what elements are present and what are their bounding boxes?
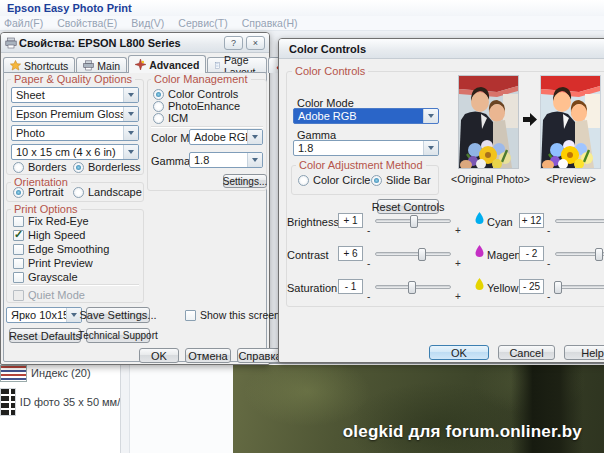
plus-sign: +: [455, 225, 461, 236]
help-button[interactable]: Справка: [237, 348, 283, 363]
printer-properties-dialog: Свойства: EPSON L800 Series ? × Shortcut…: [0, 32, 270, 365]
help-titlebar-button[interactable]: ?: [224, 36, 243, 50]
cancel-button[interactable]: Отмена: [185, 348, 231, 363]
checkbox-icon[interactable]: [13, 272, 24, 283]
checkbox-icon[interactable]: [13, 230, 24, 241]
chevron-down-icon[interactable]: [123, 145, 138, 159]
slide-bar-radio[interactable]: Slide Bar: [371, 174, 431, 186]
high-speed-label: High Speed: [28, 229, 86, 241]
saturation-value: - 1: [338, 279, 363, 294]
chevron-down-icon[interactable]: [423, 141, 438, 155]
ok-button[interactable]: OK: [429, 345, 489, 360]
color-controls-titlebar[interactable]: Color Controls: [279, 39, 604, 59]
plus-sign: +: [455, 258, 461, 269]
tab-main[interactable]: Main: [76, 57, 127, 73]
properties-titlebar[interactable]: Свойства: EPSON L800 Series ? ×: [1, 33, 269, 53]
close-icon[interactable]: ×: [246, 36, 265, 50]
chevron-down-icon[interactable]: [123, 107, 138, 121]
radio-icon[interactable]: [153, 89, 164, 100]
list-item[interactable]: Индекс (20): [0, 365, 120, 382]
radio-icon[interactable]: [73, 187, 84, 198]
fix-red-eye-checkbox[interactable]: Fix Red-Eye: [13, 215, 89, 227]
radio-icon[interactable]: [371, 175, 382, 186]
landscape-radio[interactable]: Landscape: [73, 186, 142, 198]
borders-radio[interactable]: Borders: [13, 161, 67, 173]
brightness-label: Brightness: [287, 216, 339, 228]
tab-page-layout[interactable]: Page Layout: [207, 57, 267, 73]
color-circle-radio[interactable]: Color Circle: [298, 174, 370, 186]
brightness-slider[interactable]: [375, 219, 451, 223]
edge-smoothing-label: Edge Smoothing: [28, 243, 109, 255]
help-button[interactable]: Help: [564, 345, 604, 360]
portrait-radio[interactable]: Portrait: [13, 186, 63, 198]
contrast-slider[interactable]: [375, 252, 451, 256]
photoenhance-label: PhotoEnhance: [168, 100, 240, 112]
color-mode-select[interactable]: Adobe RGB: [189, 129, 263, 145]
print-preview-checkbox[interactable]: Print Preview: [13, 257, 93, 269]
magenta-slider[interactable]: [555, 252, 604, 256]
ok-button[interactable]: OK: [139, 348, 179, 363]
saturation-slider[interactable]: [375, 285, 451, 289]
slider-thumb[interactable]: [408, 281, 416, 294]
checkbox-icon[interactable]: [13, 244, 24, 255]
chevron-down-icon[interactable]: [247, 153, 262, 167]
radio-icon[interactable]: [153, 101, 164, 112]
list-item-label: ID фото 35 x 50 мм/8 на ли: [20, 388, 120, 408]
contrast-label: Contrast: [287, 249, 329, 261]
gamma-select[interactable]: 1.8: [189, 152, 263, 168]
tab-label: Main: [97, 60, 120, 72]
cyan-droplet-icon: [475, 212, 484, 224]
tab-shortcuts[interactable]: Shortcuts: [3, 57, 75, 73]
checkbox-icon[interactable]: [185, 310, 196, 321]
technical-support-button[interactable]: Technical Support: [86, 328, 150, 343]
slider-thumb[interactable]: [595, 248, 603, 261]
media-type-select[interactable]: Epson Premium Glossy: [11, 106, 139, 122]
menu-properties[interactable]: Свойства(E): [57, 17, 117, 29]
settings-button[interactable]: Settings...: [223, 174, 267, 188]
chevron-down-icon[interactable]: [123, 126, 138, 140]
chevron-down-icon[interactable]: [247, 130, 262, 144]
chevron-down-icon[interactable]: [123, 88, 138, 102]
preset-select[interactable]: Ярко 10x15: [6, 307, 82, 323]
radio-icon[interactable]: [13, 162, 24, 173]
icm-label: ICM: [168, 112, 188, 124]
radio-icon[interactable]: [298, 175, 309, 186]
radio-icon[interactable]: [13, 187, 24, 198]
reset-defaults-button[interactable]: Reset Defaults: [9, 328, 81, 343]
chevron-down-icon[interactable]: [423, 109, 438, 123]
photoenhance-radio[interactable]: PhotoEnhance: [153, 100, 240, 112]
quality-select[interactable]: Photo: [11, 125, 139, 141]
grayscale-checkbox[interactable]: Grayscale: [13, 271, 78, 283]
slider-thumb[interactable]: [410, 215, 418, 228]
color-mode-select[interactable]: Adobe RGB: [293, 108, 439, 124]
menu-help[interactable]: Справка(H): [242, 17, 298, 29]
media-source-select[interactable]: Sheet: [11, 87, 139, 103]
paper-size-select[interactable]: 10 x 15 cm (4 x 6 in): [11, 144, 139, 160]
cancel-button[interactable]: Cancel: [498, 345, 555, 360]
icm-radio[interactable]: ICM: [153, 112, 188, 124]
slider-thumb[interactable]: [554, 281, 562, 294]
checkbox-icon[interactable]: [13, 216, 24, 227]
slide-bar-label: Slide Bar: [386, 174, 431, 186]
menu-view[interactable]: Вид(V): [131, 17, 164, 29]
color-controls-radio[interactable]: Color Controls: [153, 88, 238, 100]
borderless-radio[interactable]: Borderless: [73, 161, 141, 173]
edge-smoothing-checkbox[interactable]: Edge Smoothing: [13, 243, 109, 255]
cyan-slider[interactable]: [555, 219, 604, 223]
checkbox-icon[interactable]: [13, 258, 24, 269]
menu-file[interactable]: Файл(F): [4, 17, 43, 29]
gamma-select[interactable]: 1.8: [293, 140, 439, 156]
magenta-droplet-icon: [475, 245, 484, 257]
tab-advanced[interactable]: Advanced: [128, 55, 206, 73]
reset-controls-button[interactable]: Reset Controls: [377, 199, 439, 214]
high-speed-checkbox[interactable]: High Speed: [13, 229, 86, 241]
menu-tools[interactable]: Сервис(T): [178, 17, 227, 29]
radio-icon[interactable]: [153, 113, 164, 124]
list-item[interactable]: ID фото 35 x 50 мм/8 на ли: [0, 388, 120, 416]
save-settings-button[interactable]: Save Settings...: [86, 307, 150, 323]
radio-icon[interactable]: [73, 162, 84, 173]
yellow-slider[interactable]: [555, 285, 604, 289]
contrast-value: + 6: [338, 246, 363, 261]
brightness-value: + 1: [338, 213, 363, 228]
slider-thumb[interactable]: [418, 248, 426, 261]
